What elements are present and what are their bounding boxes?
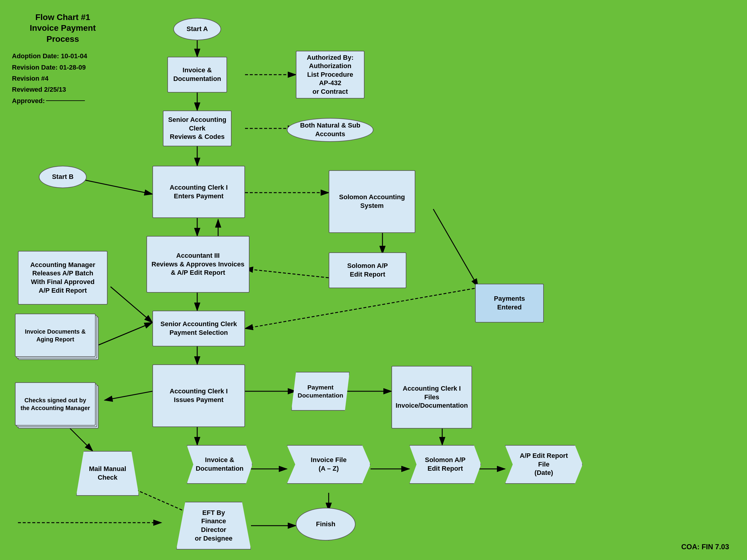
invoice-file-az: Invoice File (A – Z) — [287, 445, 370, 484]
svg-line-33 — [433, 209, 478, 287]
svg-line-15 — [99, 323, 152, 345]
svg-line-21 — [105, 391, 152, 400]
invoice-docs-aging: Invoice Documents & Aging Report — [15, 314, 102, 362]
both-natural-sub: Both Natural & Sub Accounts — [287, 118, 374, 142]
accounting-clerk-issues: Accounting Clerk I Issues Payment — [152, 364, 245, 427]
eft-by-finance: EFT By Finance Director or Designee — [176, 502, 251, 550]
flowchart-container: Flow Chart #1 Invoice Payment Process Ad… — [0, 0, 747, 560]
accounting-manager-releases: Accounting Manager Releases A/P Batch Wi… — [18, 251, 108, 304]
senior-payment-selection: Senior Accounting Clerk Payment Selectio… — [152, 311, 245, 346]
coa-label: COA: FIN 7.03 — [681, 543, 729, 551]
info-box: Flow Chart #1 Invoice Payment Process Ad… — [12, 12, 113, 106]
invoice-doc-bottom: Invoice & Documentation — [187, 445, 253, 484]
payments-entered: Payments Entered — [475, 284, 544, 323]
start-b: Start B — [39, 166, 87, 188]
mail-manual-check: Mail Manual Check — [76, 451, 139, 496]
ap-edit-report-file: A/P Edit Report File (Date) — [505, 445, 583, 484]
solomon-system: Solomon Accounting System — [329, 170, 415, 233]
accounting-clerk-enters: Accounting Clerk I Enters Payment — [152, 166, 245, 218]
start-a: Start A — [173, 18, 221, 40]
solomon-ap-edit-bottom: Solomon A/P Edit Report — [409, 445, 481, 484]
senior-reviews-codes: Senior Accounting Clerk Reviews & Codes — [163, 110, 232, 146]
svg-line-14 — [110, 287, 152, 323]
checks-signed-out: Checks signed out by the Accounting Mana… — [15, 382, 102, 430]
accountant-reviews: Accountant III Reviews & Approves Invoic… — [147, 236, 250, 293]
svg-line-7 — [81, 179, 152, 194]
invoice-doc-top: Invoice & Documentation — [167, 57, 227, 92]
chart-title: Flow Chart #1 Invoice Payment Process — [12, 12, 113, 45]
svg-line-17 — [245, 287, 484, 328]
chart-meta: Adoption Date: 10-01-04 Revision Date: 0… — [12, 51, 113, 106]
authorized-by: Authorized By: Authorization List Proced… — [296, 51, 364, 99]
payment-documentation: Payment Documentation — [291, 372, 350, 411]
svg-line-11 — [245, 269, 329, 278]
finish: Finish — [296, 508, 356, 540]
solomon-ap-edit-top: Solomon A/P Edit Report — [329, 252, 406, 288]
accounting-clerk-files: Accounting Clerk I Files Invoice/Documen… — [391, 366, 472, 429]
